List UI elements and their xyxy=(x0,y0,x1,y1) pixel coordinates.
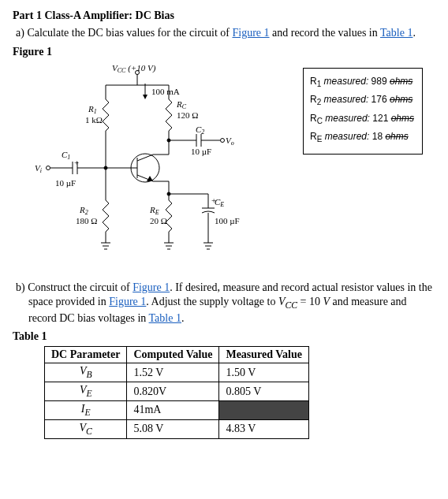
table-row: IE 41mA xyxy=(45,400,309,419)
th-computed: Computed Value xyxy=(127,347,219,363)
cell-param: IE xyxy=(45,400,127,419)
cell-param: VE xyxy=(45,382,127,401)
ce-val: 100 µF xyxy=(215,216,240,225)
svg-line-19 xyxy=(137,155,153,161)
table-header-row: DC Parameter Computed Value Measured Val… xyxy=(45,347,309,363)
measured-re-val: 18 xyxy=(372,131,383,142)
c2-val: 10 µF xyxy=(191,147,211,156)
cell-param: VB xyxy=(45,363,127,382)
ohms-unit: ohms xyxy=(391,113,414,124)
cell-measured-shaded xyxy=(219,400,309,419)
cell-computed: 0.820V xyxy=(127,382,219,401)
link-figure-1-b1[interactable]: Figure 1 xyxy=(133,281,170,293)
measured-r2-val: 176 xyxy=(371,94,387,105)
th-measured: Measured Value xyxy=(219,347,309,363)
measured-rc-val: 121 xyxy=(372,113,388,124)
svg-point-37 xyxy=(47,166,50,170)
cell-measured: 4.83 V xyxy=(219,419,309,438)
vo-label: Vo xyxy=(226,136,234,147)
question-b: b) Construct the circuit of Figure 1. If… xyxy=(13,281,435,326)
c1-val: 10 µF xyxy=(55,178,76,188)
measured-box: R1 measured: 989 ohms R2 measured: 176 o… xyxy=(303,68,423,155)
svg-point-49 xyxy=(167,192,170,196)
vi-label: Vi xyxy=(35,163,42,174)
question-a: a) Calculate the DC bias values for the … xyxy=(13,27,435,39)
measured-r1: R1 measured: 989 ohms xyxy=(310,73,414,91)
qa-suffix: . xyxy=(413,27,416,39)
qa-prefix: a) Calculate the DC bias values for the … xyxy=(16,27,232,39)
table-row: VE 0.820V 0.805 V xyxy=(45,382,309,401)
cell-param: VC xyxy=(45,419,127,438)
r2-label: R2 xyxy=(79,205,88,216)
re-label: RE xyxy=(149,205,159,216)
table-1: DC Parameter Computed Value Measured Val… xyxy=(44,346,309,438)
measured-rc: RC measured: 121 ohms xyxy=(310,110,414,128)
svg-point-47 xyxy=(104,166,107,169)
measured-r1-val: 989 xyxy=(371,76,387,87)
svg-point-48 xyxy=(167,139,170,142)
svg-point-13 xyxy=(221,139,225,143)
qb-suffix: . xyxy=(181,312,185,324)
cell-computed: 5.08 V xyxy=(127,419,219,438)
re-val: 20 Ω xyxy=(150,216,167,225)
measured-r2: R2 measured: 176 ohms xyxy=(310,91,414,110)
circuit-diagram: VCC (+10 V) 100 mA RC 120 Ω R1 1 kΩ C2 1… xyxy=(27,61,279,266)
qb-vcc: VCC = 10 V xyxy=(278,296,330,307)
cell-measured: 1.50 V xyxy=(219,363,309,382)
link-table-1-a[interactable]: Table 1 xyxy=(380,27,413,39)
ohms-unit: ohms xyxy=(390,94,413,105)
svg-marker-22 xyxy=(147,176,153,181)
table-label: Table 1 xyxy=(13,330,435,343)
qa-mid: and record the values in xyxy=(270,27,380,39)
c1-plus: + xyxy=(74,158,79,167)
ohms-unit: ohms xyxy=(385,131,408,142)
rc-label: RC xyxy=(176,99,187,110)
ce-plus: + xyxy=(211,196,216,205)
link-figure-1-a[interactable]: Figure 1 xyxy=(232,27,269,39)
r1-label: R1 xyxy=(88,104,97,115)
link-figure-1-b2[interactable]: Figure 1 xyxy=(109,296,146,307)
current-label: 100 mA xyxy=(151,87,180,96)
link-table-1-b[interactable]: Table 1 xyxy=(149,312,181,324)
qb-prefix: b) Construct the circuit of xyxy=(16,281,133,293)
measured-re: RE measured: 18 ohms xyxy=(310,128,414,147)
r2-val: 180 Ω xyxy=(76,216,97,225)
figure-label: Figure 1 xyxy=(13,46,435,58)
vcc-label: VCC (+10 V) xyxy=(112,63,156,74)
table-row: VC 5.08 V 4.83 V xyxy=(45,419,309,438)
ohms-unit: ohms xyxy=(390,76,413,87)
svg-marker-6 xyxy=(143,95,147,99)
cell-measured: 0.805 V xyxy=(219,382,309,401)
th-param: DC Parameter xyxy=(45,347,127,363)
cell-computed: 1.52 V xyxy=(127,363,219,382)
part-title: Part 1 Class-A Amplifier: DC Bias xyxy=(13,9,435,22)
qb-mid2: . Adjust the supply voltage to xyxy=(146,296,278,307)
rc-val: 120 Ω xyxy=(177,110,198,120)
c1-label: C1 xyxy=(62,150,70,161)
c2-label: C2 xyxy=(196,125,204,136)
figure-wrap: R1 measured: 989 ohms R2 measured: 176 o… xyxy=(13,61,423,274)
table-row: VB 1.52 V 1.50 V xyxy=(45,363,309,382)
r1-val: 1 kΩ xyxy=(85,115,103,125)
cell-computed: 41mA xyxy=(127,400,219,419)
